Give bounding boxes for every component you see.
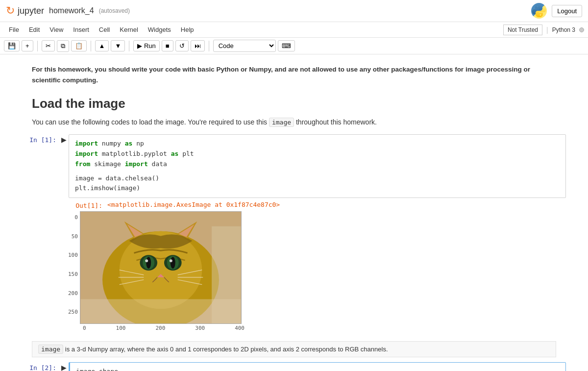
out1-text: <matplotlib.image.AxesImage at 0x1f87c4e… — [107, 200, 280, 209]
notebook-title[interactable]: homework_4 — [49, 6, 94, 15]
restart-run-button[interactable]: ⏭ — [191, 40, 205, 51]
cat-image — [80, 211, 242, 324]
toolbar: 💾 + ✂ ⧉ 📋 ▲ ▼ ▶ Run ■ ↺ ⏭ Code Markdown … — [0, 38, 588, 54]
run-indicator-1: ▶ — [61, 134, 69, 144]
menu-file[interactable]: File — [4, 24, 24, 35]
alias-plt: plt — [182, 150, 194, 157]
move-down-button[interactable]: ▼ — [111, 40, 125, 51]
x-label-200: 200 — [155, 325, 165, 331]
y-label-150: 150 — [68, 271, 78, 277]
menu-kernel[interactable]: Kernel — [115, 24, 143, 35]
restart-icon: ↺ — [179, 42, 185, 49]
kw-import-2: import — [75, 150, 98, 157]
menu-edit[interactable]: Edit — [24, 24, 45, 35]
paste-icon: 📋 — [75, 42, 83, 49]
python-logo-icon — [531, 3, 547, 19]
output-area-1: Out[1]: <matplotlib.image.AxesImage at 0… — [12, 200, 576, 209]
section-heading: Load the image — [12, 88, 576, 115]
menu-help[interactable]: Help — [176, 24, 199, 35]
autosaved-label: (autosaved) — [99, 7, 130, 14]
run-button[interactable]: ▶ Run — [133, 40, 159, 51]
python-version-label: Python 3 — [552, 26, 575, 33]
save-icon: 💾 — [8, 42, 16, 49]
cut-icon: ✂ — [46, 42, 51, 49]
code-line-1: import numpy as np — [75, 139, 560, 149]
kw-from: from — [75, 160, 90, 168]
code-cell-2: In [2]: ▶ image.shape — [12, 362, 576, 371]
svg-point-13 — [145, 259, 148, 262]
warning-bold: For this homework, you should write your… — [32, 66, 530, 84]
toolbar-divider-3 — [129, 41, 129, 51]
mod-matplotlib: matplotlib.pyplot — [102, 150, 171, 157]
add-cell-button[interactable]: + — [22, 40, 33, 51]
image-desc-text: is a 3-d Numpy array, where the axis 0 a… — [63, 346, 388, 353]
copy-icon: ⧉ — [61, 42, 65, 50]
menubar: File Edit View Insert Cell Kernel Widget… — [0, 22, 588, 38]
y-label-100: 100 — [68, 252, 78, 258]
image-desc-code: image — [38, 345, 63, 354]
cut-button[interactable]: ✂ — [42, 40, 55, 51]
menu-cell[interactable]: Cell — [94, 24, 115, 35]
topbar-left: ↻ jupyter homework_4 (autosaved) — [6, 4, 130, 17]
copy-button[interactable]: ⧉ — [57, 40, 69, 52]
topbar: ↻ jupyter homework_4 (autosaved) — [0, 0, 588, 22]
code-spacer — [75, 170, 560, 173]
plus-icon: + — [25, 42, 29, 49]
logout-button[interactable]: Logout — [552, 5, 582, 17]
section-para-text-1: You can use the following codes to load … — [32, 118, 269, 126]
y-label-0: 0 — [74, 214, 78, 221]
kw-as-2: as — [171, 150, 179, 157]
svg-point-14 — [170, 259, 172, 262]
section-para-text-2: throughout this homework. — [294, 118, 377, 126]
cell1-label: In [1]: — [22, 134, 61, 144]
svg-point-11 — [146, 257, 151, 269]
code-line-5: image = data.chelsea() — [75, 173, 560, 184]
kernel-status-circle — [579, 27, 584, 32]
chart-output: 0 50 100 150 200 250 — [12, 209, 576, 336]
x-axis: 0 100 200 300 400 — [83, 324, 245, 331]
menu-widgets[interactable]: Widgets — [143, 24, 176, 35]
topbar-right: Logout — [531, 3, 582, 19]
cell-type-select[interactable]: Code Markdown Raw NBConvert — [213, 40, 276, 52]
warning-text: For this homework, you should write your… — [12, 59, 576, 88]
stop-button[interactable]: ■ — [162, 40, 173, 51]
image-inline-code: image — [269, 118, 294, 127]
code-line-3: from skimage import data — [75, 159, 560, 170]
paste-button[interactable]: 📋 — [71, 40, 87, 51]
x-label-100: 100 — [116, 325, 126, 331]
not-trusted-badge[interactable]: Not Trusted — [503, 25, 542, 35]
x-label-400: 400 — [235, 325, 245, 331]
code-cell-1: In [1]: ▶ import numpy as np import matp… — [12, 134, 576, 198]
y-axis: 0 50 100 150 200 250 — [68, 211, 80, 324]
x-label-0: 0 — [83, 325, 86, 331]
mod-data: data — [152, 160, 167, 168]
run-icon: ▶ Run — [137, 42, 155, 49]
cell2-label: In [2]: — [22, 362, 61, 371]
jupyter-wordmark: jupyter — [18, 6, 44, 16]
image-desc-box: image is a 3-d Numpy array, where the ax… — [32, 341, 556, 357]
svg-rect-23 — [80, 299, 241, 324]
keyboard-icon: ⌨ — [282, 42, 291, 49]
menu-insert[interactable]: Insert — [68, 24, 94, 35]
jupyter-logo-icon: ↻ — [6, 4, 15, 17]
x-label-300: 300 — [195, 325, 205, 331]
code-box-1[interactable]: import numpy as np import matplotlib.pyp… — [69, 134, 566, 198]
mod-skimage: skimage — [94, 160, 125, 168]
keyboard-button[interactable]: ⌨ — [278, 40, 295, 51]
section-paragraph: You can use the following codes to load … — [12, 115, 576, 132]
notebook-content: For this homework, you should write your… — [12, 54, 576, 371]
stop-icon: ■ — [166, 42, 170, 49]
menu-view[interactable]: View — [45, 24, 68, 35]
restart-button[interactable]: ↺ — [175, 40, 189, 51]
alias-np: np — [136, 140, 144, 147]
code-box-2[interactable]: image.shape — [69, 362, 566, 371]
move-up-button[interactable]: ▲ — [95, 40, 109, 51]
out1-label: Out[1]: — [68, 200, 107, 209]
kw-import-3: import — [125, 160, 148, 168]
toolbar-divider-4 — [209, 41, 209, 51]
save-button[interactable]: 💾 — [4, 40, 20, 51]
toolbar-divider-2 — [91, 41, 91, 51]
y-label-200: 200 — [68, 290, 78, 297]
code-line-2: import matplotlib.pyplot as plt — [75, 149, 560, 159]
y-label-50: 50 — [72, 233, 78, 240]
